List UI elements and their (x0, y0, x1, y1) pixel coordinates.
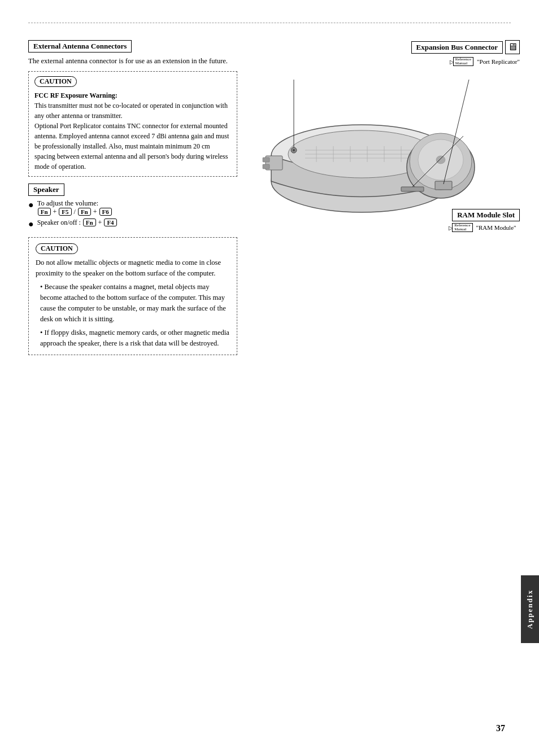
speaker-section: Speaker ● To adjust the volume: Fn + F5 … (28, 183, 237, 229)
caution-bullet-prefix-1: • (40, 283, 45, 291)
volume-content: To adjust the volume: Fn + F5 / Fn + F6 (37, 199, 112, 216)
caution-body2-text2: Because the speaker contains a magnet, m… (40, 283, 226, 322)
ram-ref-line2: Manual (454, 228, 470, 231)
svg-rect-17 (263, 158, 270, 162)
key-f5: F5 (59, 208, 71, 216)
expansion-bus-ref: ▷ Reference Manual "Port Replicator" (453, 57, 520, 66)
expansion-bus-label-area: Expansion Bus Connector 🖥 (411, 40, 520, 54)
speaker-onoff-label: Speaker on/off : (37, 219, 82, 226)
key-combo-onoff: Speaker on/off : Fn + F4 (37, 219, 118, 227)
ram-ref-text: "RAM Module" (476, 224, 516, 231)
expansion-ref-icon: ▷ Reference Manual (453, 57, 473, 66)
caution-text-1: FCC RF Exposure Warning: This transmitte… (34, 90, 231, 172)
svg-rect-22 (401, 187, 424, 191)
key-f4: F4 (104, 219, 116, 226)
svg-rect-21 (435, 181, 452, 190)
expansion-bus-heading: Expansion Bus Connector (411, 41, 503, 54)
diagram-area: Expansion Bus Connector 🖥 ▷ Reference Ma… (249, 40, 520, 249)
caution-bullet-prefix-2: • (40, 329, 45, 337)
page: External Antenna Connectors The external… (0, 0, 539, 756)
speaker-heading: Speaker (28, 183, 64, 196)
ram-module-label-area: RAM Module Slot ▷ Reference Manual "RAM … (452, 209, 520, 232)
caution-box-2: CAUTION Do not allow metallic objects or… (28, 237, 237, 355)
caution-label-2: CAUTION (36, 243, 78, 254)
caution-body2-p2: • Because the speaker contains a magnet,… (36, 282, 230, 324)
page-number: 37 (496, 723, 505, 733)
expansion-bus-icon: 🖥 (505, 40, 520, 54)
bullet-dot-2: ● (28, 219, 34, 229)
speaker-onoff-item: ● Speaker on/off : Fn + F4 (28, 219, 237, 229)
appendix-tab: Appendix (521, 575, 539, 643)
key-fn-1: Fn (38, 208, 51, 216)
caution-title-1: FCC RF Exposure Warning: (34, 91, 118, 99)
right-column: Expansion Bus Connector 🖥 ▷ Reference Ma… (237, 40, 520, 361)
main-content: External Antenna Connectors The external… (28, 40, 511, 361)
ram-module-ref: ▷ Reference Manual "RAM Module" (452, 223, 520, 232)
expansion-ref-text: "Port Replicator" (477, 58, 520, 65)
svg-point-15 (436, 156, 445, 164)
speaker-volume-item: ● To adjust the volume: Fn + F5 / Fn + F… (28, 199, 237, 216)
ram-ref-icon: ▷ Reference Manual (452, 223, 472, 232)
external-antenna-description: The external antenna connector is for us… (28, 56, 237, 67)
volume-label: To adjust the volume: (37, 199, 98, 207)
caution-label-1: CAUTION (34, 76, 77, 87)
caution-body-1: This transmitter must not be co-located … (34, 102, 229, 171)
external-antenna-heading: External Antenna Connectors (28, 40, 132, 53)
svg-point-20 (293, 149, 295, 151)
key-combo-volume: Fn + F5 / Fn + F6 (37, 208, 112, 216)
caution-body2-p1: Do not allow metallic objects or magneti… (36, 257, 230, 279)
key-fn-2: Fn (78, 208, 91, 216)
left-column: External Antenna Connectors The external… (28, 40, 237, 361)
caution-body2-p3: • If floppy disks, magnetic memory cards… (36, 327, 230, 349)
expansion-arrow: ▷ (450, 59, 454, 65)
caution-box-1: CAUTION FCC RF Exposure Warning: This tr… (28, 71, 237, 177)
expansion-ref-line2: Manual (455, 62, 471, 65)
key-fn-3: Fn (83, 219, 96, 226)
caution-body2-text3: If floppy disks, magnetic memory cards, … (40, 329, 229, 347)
top-border-line (28, 23, 511, 23)
external-antenna-section: External Antenna Connectors The external… (28, 40, 237, 177)
ram-module-heading: RAM Module Slot (452, 209, 520, 221)
key-f6: F6 (99, 208, 112, 216)
laptop-illustration (249, 68, 486, 221)
bullet-dot-1: ● (28, 199, 34, 210)
svg-rect-18 (263, 164, 270, 169)
ram-arrow: ▷ (449, 225, 453, 231)
